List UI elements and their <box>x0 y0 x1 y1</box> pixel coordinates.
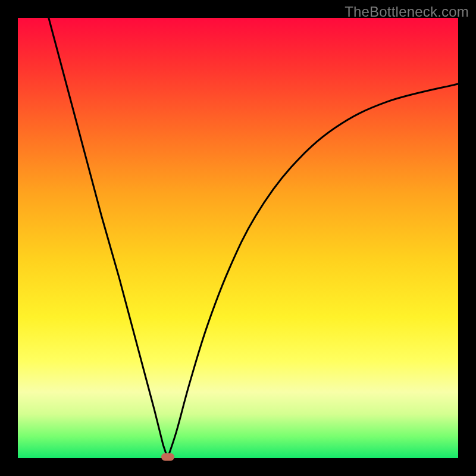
chart-frame: TheBottleneck.com <box>0 0 476 476</box>
watermark-text: TheBottleneck.com <box>345 4 469 20</box>
curve-left-branch <box>49 18 168 458</box>
curve-layer <box>18 18 458 458</box>
minimum-marker <box>161 453 174 461</box>
curve-right-branch <box>168 84 458 458</box>
